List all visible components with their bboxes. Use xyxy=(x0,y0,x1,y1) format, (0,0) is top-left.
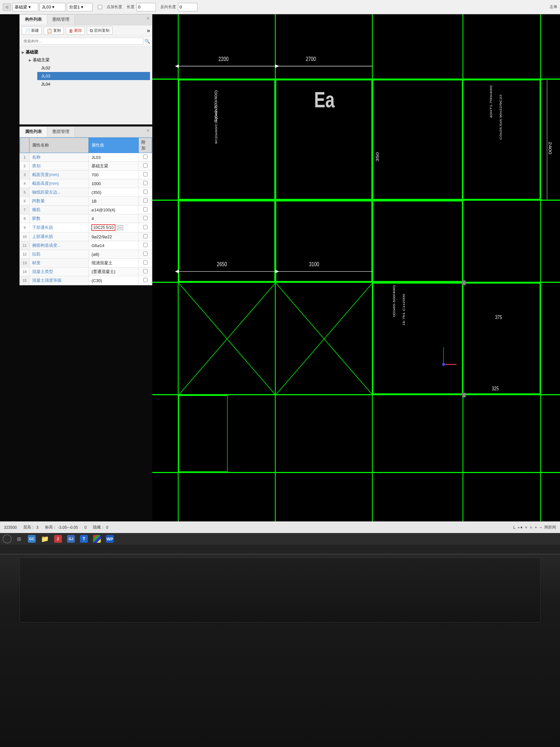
status-minus-icon[interactable]: − xyxy=(540,525,542,530)
prop-value-cell-8[interactable]: 4 xyxy=(89,214,139,223)
prop-extra-9[interactable] xyxy=(139,223,152,232)
taskbar-app-folder[interactable]: 📁 xyxy=(39,534,51,543)
status-close-icon[interactable]: × xyxy=(525,525,527,530)
prop-extra-2[interactable] xyxy=(139,162,152,171)
prop-row-7[interactable]: 7 箍筋 ⌀14@100(4) xyxy=(20,206,152,214)
prop-value-cell-12[interactable]: (⌀8) xyxy=(89,250,139,259)
status-dropdown[interactable]: ▪ ▾ xyxy=(518,525,523,530)
prop-row-12[interactable]: 12 拉筋 (⌀8) xyxy=(20,250,152,259)
taskbar-app-w[interactable]: WP xyxy=(104,534,116,543)
prop-checkbox-12[interactable] xyxy=(143,252,148,256)
tab-component-list[interactable]: 构件列表 xyxy=(20,15,47,25)
prop-value-cell-3[interactable]: 700 xyxy=(89,171,139,179)
taskbar-app-t[interactable]: T xyxy=(78,534,90,543)
prop-checkbox-5[interactable] xyxy=(143,190,148,194)
prop-row-2[interactable]: 2 类别 基础主梁 xyxy=(20,162,152,171)
prop-extra-12[interactable] xyxy=(139,250,152,259)
prop-value-cell-9[interactable]: 10C25 5/10··· xyxy=(89,223,139,232)
prop-value-cell-5[interactable]: (350) xyxy=(89,188,139,197)
layer-dropdown[interactable]: 分层1 ▾ xyxy=(67,3,93,11)
task-view-btn[interactable]: ⊞ xyxy=(13,534,25,543)
tree-item-main-beam[interactable]: ▶ 基础主梁 xyxy=(27,56,150,64)
component-panel-close[interactable]: × xyxy=(146,16,150,21)
delete-button[interactable]: 🗑 删除 xyxy=(66,27,85,35)
prop-checkbox-6[interactable] xyxy=(143,199,148,203)
prop-value-cell-11[interactable]: G6⌀14 xyxy=(89,241,139,250)
prop-value-cell-14[interactable]: (普通混凝土) xyxy=(89,267,139,276)
prop-extra-11[interactable] xyxy=(139,241,152,250)
search-input[interactable] xyxy=(22,37,143,45)
prop-row-3[interactable]: 3 截面宽度(mm) 700 xyxy=(20,171,152,179)
prop-extra-14[interactable] xyxy=(139,267,152,276)
prop-checkbox-1[interactable] xyxy=(143,155,148,159)
prop-checkbox-14[interactable] xyxy=(143,269,148,273)
prop-checkbox-15[interactable] xyxy=(143,278,148,282)
taskbar-app-gj[interactable]: GJ xyxy=(65,534,77,543)
list-item-jl03[interactable]: JL03 xyxy=(37,72,150,80)
properties-panel-close[interactable]: × xyxy=(146,128,150,133)
prop-extra-13[interactable] xyxy=(139,259,152,267)
copy-button[interactable]: 📋 复制 xyxy=(44,27,64,35)
prop-extra-8[interactable] xyxy=(139,214,152,223)
prop-extra-1[interactable] xyxy=(139,153,152,162)
prop-row-10[interactable]: 10 上部通长筋 9⌀22/9⌀22 xyxy=(20,232,152,241)
prop-value-cell-2[interactable]: 基础主梁 xyxy=(89,162,139,171)
prop-value-cell-6[interactable]: 1B xyxy=(89,197,139,206)
prop-row-13[interactable]: 13 材质 现浇混凝土 xyxy=(20,259,152,267)
prop-row-15[interactable]: 15 混凝土强度等级 (C30) xyxy=(20,276,152,285)
prop-row-8[interactable]: 8 胶数 4 xyxy=(20,214,152,223)
prop-extra-4[interactable] xyxy=(139,179,152,188)
prop-value-cell-13[interactable]: 现浇混凝土 xyxy=(89,259,139,267)
prop-extra-5[interactable] xyxy=(139,188,152,197)
cad-area[interactable]: 2200 2700 2400 2650 3100 375 350 325 T(0… xyxy=(152,14,560,533)
taskbar-app-cad[interactable]: GC xyxy=(26,534,37,543)
tab-drawing-management[interactable]: 图纸管理 xyxy=(47,15,75,25)
left-nav-btn[interactable]: ◁ xyxy=(3,3,11,11)
prop-row-6[interactable]: 6 跨数量 1B xyxy=(20,197,152,206)
prop-value-cell-4[interactable]: 1000 xyxy=(89,179,139,188)
more-btn[interactable]: » xyxy=(147,27,150,34)
prop-row-4[interactable]: 4 截面高度(mm) 1000 xyxy=(20,179,152,188)
prop-checkbox-11[interactable] xyxy=(143,243,148,247)
tab-properties[interactable]: 属性列表 xyxy=(20,127,47,137)
taskbar-app-z[interactable]: Z xyxy=(52,534,64,543)
ellipsis-btn[interactable]: ··· xyxy=(117,225,123,230)
status-plus-icon[interactable]: + xyxy=(535,525,537,530)
taskbar-app-multi[interactable] xyxy=(91,534,103,543)
prop-row-9[interactable]: 9 下部通长筋 10C25 5/10··· xyxy=(20,223,152,232)
prop-checkbox-9[interactable] xyxy=(143,225,148,229)
prop-row-1[interactable]: 1 名称 JL03 xyxy=(20,153,152,162)
point-length-checkbox[interactable] xyxy=(98,5,102,9)
prop-checkbox-8[interactable] xyxy=(143,216,148,220)
layer-copy-button[interactable]: ⧉ 层间复制 xyxy=(87,27,112,35)
prop-row-5[interactable]: 5 轴线距梁左边... (350) xyxy=(20,188,152,197)
tab-layer-management[interactable]: 图层管理 xyxy=(47,127,75,137)
prop-value-cell-7[interactable]: ⌀14@100(4) xyxy=(89,206,139,214)
prop-checkbox-7[interactable] xyxy=(143,207,148,211)
status-scale-icon[interactable]: ⌗ xyxy=(530,525,532,530)
prop-checkbox-3[interactable] xyxy=(143,172,148,176)
prop-checkbox-4[interactable] xyxy=(143,181,148,185)
beam-type-dropdown[interactable]: 基础梁 ▾ xyxy=(12,3,38,11)
prop-row-11[interactable]: 11 侧面构造或变... G6⌀14 xyxy=(20,241,152,250)
length2-input[interactable] xyxy=(178,3,197,11)
list-item-jl02[interactable]: JL02 xyxy=(37,64,150,72)
prop-value-cell-15[interactable]: (C30) xyxy=(89,276,139,285)
prop-extra-3[interactable] xyxy=(139,171,152,179)
prop-extra-10[interactable] xyxy=(139,232,152,241)
prop-extra-6[interactable] xyxy=(139,197,152,206)
list-item-jl04[interactable]: JL04 xyxy=(37,80,150,88)
prop-value-cell-10[interactable]: 9⌀22/9⌀22 xyxy=(89,232,139,241)
prop-extra-15[interactable] xyxy=(139,276,152,285)
prop-value-cell-1[interactable]: JL03 xyxy=(89,153,139,162)
length1-input[interactable] xyxy=(136,3,156,11)
prop-checkbox-10[interactable] xyxy=(143,234,148,238)
prop-extra-7[interactable] xyxy=(139,206,152,214)
prop-checkbox-13[interactable] xyxy=(143,260,148,264)
beam-id-dropdown[interactable]: JL03 ▾ xyxy=(39,3,65,11)
new-button[interactable]: 📄 新建 xyxy=(22,27,42,35)
status-icon-1[interactable]: L xyxy=(513,525,515,530)
start-button[interactable] xyxy=(3,534,12,543)
prop-checkbox-2[interactable] xyxy=(143,163,148,168)
prop-row-14[interactable]: 14 混凝土类型 (普通混凝土) xyxy=(20,267,152,276)
